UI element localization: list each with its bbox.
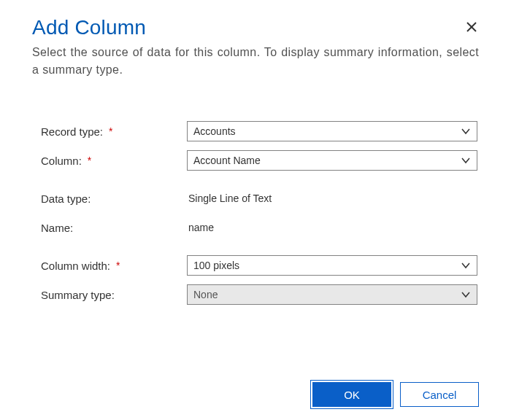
label-record-type: Record type: * [41, 125, 187, 138]
label-text: Column width: [41, 260, 110, 272]
select-column-width[interactable]: 100 pixels [187, 255, 477, 276]
close-icon [466, 22, 477, 34]
close-button[interactable] [464, 20, 479, 35]
field-column-width: Column width: * 100 pixels [41, 255, 477, 276]
chevron-down-icon [461, 289, 471, 300]
label-column-width: Column width: * [41, 260, 187, 272]
label-text: Record type: [41, 125, 103, 138]
label-text: Column: [41, 155, 82, 167]
dialog-title: Add Column [32, 16, 479, 39]
form: Record type: * Accounts Column: * Accoun… [32, 121, 479, 314]
label-text: Summary type: [41, 289, 115, 301]
select-value: None [193, 289, 218, 300]
dialog-footer: OK Cancel [32, 370, 479, 420]
label-data-type: Data type: [41, 192, 187, 205]
select-record-type[interactable]: Accounts [187, 121, 477, 141]
field-data-type: Data type: Single Line of Text [41, 188, 477, 209]
cancel-button[interactable]: Cancel [400, 382, 479, 407]
select-value: 100 pixels [193, 260, 239, 271]
chevron-down-icon [461, 260, 471, 271]
dialog-subtitle: Select the source of data for this colum… [32, 44, 479, 79]
select-value: Account Name [193, 155, 261, 166]
value-name: name [187, 222, 214, 233]
chevron-down-icon [461, 155, 471, 166]
add-column-dialog: Add Column Select the source of data for… [0, 0, 511, 420]
required-indicator: * [109, 125, 112, 137]
label-name: Name: [41, 222, 187, 234]
field-name: Name: name [41, 217, 477, 238]
label-summary-type: Summary type: [41, 289, 187, 301]
ok-button[interactable]: OK [312, 382, 391, 407]
chevron-down-icon [461, 126, 471, 136]
field-column: Column: * Account Name [41, 150, 477, 171]
field-summary-type: Summary type: None [41, 284, 477, 305]
value-data-type: Single Line of Text [187, 192, 272, 204]
label-column: Column: * [41, 155, 187, 167]
select-summary-type[interactable]: None [187, 284, 477, 305]
required-indicator: * [88, 155, 91, 166]
select-value: Accounts [193, 125, 236, 137]
label-text: Data type: [41, 192, 91, 205]
required-indicator: * [116, 260, 120, 271]
select-column[interactable]: Account Name [187, 150, 477, 171]
dialog-header: Add Column [32, 16, 479, 39]
label-text: Name: [41, 222, 73, 234]
field-record-type: Record type: * Accounts [41, 121, 477, 141]
